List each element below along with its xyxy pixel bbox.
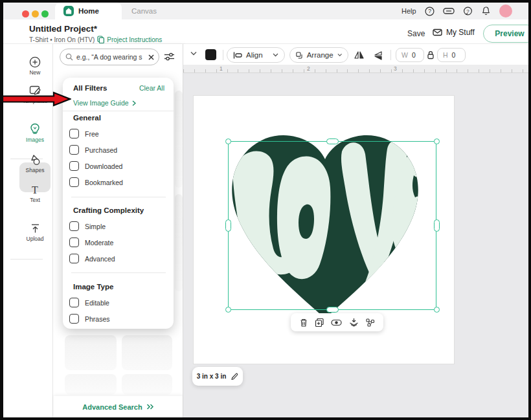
clear-all-link[interactable]: Clear All — [139, 84, 164, 92]
minimize-window-button[interactable] — [32, 10, 39, 17]
selection-action-bar — [291, 313, 383, 331]
flip-vertical-icon[interactable] — [373, 50, 383, 60]
checkbox[interactable] — [69, 161, 79, 171]
checkbox[interactable] — [69, 238, 79, 247]
filter-option-editable[interactable]: Editable — [69, 298, 109, 307]
selection-handle-middle-left[interactable] — [225, 219, 231, 232]
filter-option-downloaded[interactable]: Downloaded — [69, 161, 122, 171]
filter-section-image-type: Image Type — [73, 283, 113, 291]
duplicate-icon[interactable] — [315, 318, 324, 327]
app-logo-icon — [63, 6, 74, 16]
svg-text:?: ? — [428, 8, 431, 14]
upload-icon — [30, 223, 41, 234]
clear-search-icon[interactable] — [148, 54, 155, 61]
filter-section-general: General — [73, 114, 101, 122]
plus-circle-icon — [29, 56, 41, 68]
advanced-search-link[interactable]: Advanced Search — [54, 396, 183, 417]
divider — [63, 111, 174, 111]
checkbox[interactable] — [69, 314, 79, 324]
image-result-placeholder[interactable] — [65, 335, 117, 370]
arrange-icon — [296, 51, 303, 60]
preview-button[interactable]: Preview — [483, 25, 528, 43]
edit-pencil-icon[interactable] — [231, 373, 238, 381]
hide-icon[interactable] — [331, 319, 342, 326]
checkbox[interactable] — [69, 129, 79, 138]
help-icon[interactable]: ? — [425, 6, 435, 16]
app-window: Home Canvas Help ? ? Untitled Project* T… — [0, 0, 531, 420]
divider — [223, 50, 223, 60]
notifications-bell-icon[interactable] — [481, 6, 491, 16]
tab-canvas-label: Canvas — [131, 7, 157, 15]
chevron-down-icon[interactable] — [190, 51, 197, 56]
align-dropdown[interactable]: Align — [227, 47, 285, 63]
sidebar-item-upload[interactable]: Upload — [17, 223, 52, 242]
filter-option-advanced[interactable]: Advanced — [69, 254, 115, 263]
filter-option-simple[interactable]: Simple — [69, 221, 106, 231]
weld-icon[interactable] — [365, 318, 375, 327]
delete-icon[interactable] — [299, 318, 308, 327]
selection-handle-middle-right[interactable] — [434, 219, 440, 232]
filter-option-free[interactable]: Free — [69, 129, 99, 138]
image-search-bar[interactable] — [60, 49, 159, 65]
filter-option-phrases[interactable]: Phrases — [69, 314, 110, 324]
selection-handle-bottom-right[interactable] — [434, 307, 440, 313]
image-result-placeholder[interactable] — [122, 374, 172, 395]
filter-option-bookmarked[interactable]: Bookmarked — [69, 177, 123, 187]
selection-handle-top-left[interactable] — [225, 138, 231, 144]
chevron-down-icon — [273, 53, 278, 57]
filters-sliders-icon[interactable] — [164, 52, 175, 61]
selection-handle-bottom-left[interactable] — [225, 307, 231, 313]
svg-text:?: ? — [466, 8, 469, 14]
tab-canvas[interactable]: Canvas — [131, 3, 157, 19]
checkbox[interactable] — [69, 254, 79, 263]
help-label[interactable]: Help — [401, 7, 416, 15]
checkbox[interactable] — [69, 145, 79, 155]
selection-bounding-box[interactable] — [228, 141, 436, 310]
filter-section-complexity: Crafting Complexity — [73, 206, 144, 214]
sidebar-item-images[interactable]: Images — [17, 123, 52, 143]
image-result-placeholder[interactable] — [65, 374, 117, 395]
arrange-dropdown[interactable]: Arrange — [289, 47, 348, 63]
maximize-window-button[interactable] — [41, 10, 49, 17]
checkbox[interactable] — [69, 298, 79, 307]
close-window-button[interactable] — [22, 10, 29, 17]
lock-ratio-icon[interactable] — [427, 50, 435, 60]
support-chat-icon[interactable]: ? — [463, 6, 473, 16]
search-icon — [65, 53, 73, 61]
tab-home[interactable]: Home — [55, 3, 122, 19]
ruler-ticks — [183, 69, 528, 72]
project-instructions-link[interactable]: Project Instructions — [107, 36, 162, 43]
view-image-guide-link[interactable]: View Image Guide — [73, 99, 136, 107]
annotation-arrow — [3, 91, 71, 107]
divider — [71, 197, 166, 197]
sidebar-item-new[interactable]: New — [17, 56, 52, 76]
save-button[interactable]: Save — [407, 29, 425, 38]
checkbox[interactable] — [69, 221, 79, 231]
selection-handle-top-center[interactable] — [326, 138, 339, 144]
sidebar-item-shapes[interactable]: Shapes — [17, 154, 52, 173]
width-field[interactable]: W 0 — [396, 48, 424, 62]
machine-icon[interactable] — [443, 6, 455, 16]
chevron-down-icon — [337, 53, 342, 57]
user-avatar[interactable] — [499, 5, 512, 17]
project-title: Untitled Project* — [29, 24, 97, 34]
my-stuff-button[interactable]: My Stuff — [433, 28, 475, 37]
image-result-placeholder[interactable] — [122, 335, 172, 370]
flip-horizontal-icon[interactable] — [354, 50, 365, 60]
height-field[interactable]: H 0 — [437, 48, 466, 62]
flatten-icon[interactable] — [349, 318, 359, 327]
selection-handle-bottom-center[interactable] — [326, 307, 339, 313]
my-stuff-label: My Stuff — [446, 28, 475, 37]
search-input[interactable] — [76, 53, 144, 61]
image-result-placeholder — [175, 91, 183, 188]
sidebar-item-text[interactable]: T Text — [17, 185, 52, 203]
artboard-size-badge[interactable]: 3 in x 3 in — [192, 367, 243, 386]
chevron-right-icon — [132, 100, 136, 106]
filter-option-purchased[interactable]: Purchased — [69, 145, 117, 155]
checkbox[interactable] — [69, 177, 79, 187]
horizontal-ruler: 1 2 3 — [183, 65, 528, 73]
color-swatch[interactable] — [205, 49, 216, 60]
selection-handle-top-right[interactable] — [434, 138, 440, 144]
project-instructions-icon — [97, 36, 104, 43]
filter-option-moderate[interactable]: Moderate — [69, 238, 113, 247]
